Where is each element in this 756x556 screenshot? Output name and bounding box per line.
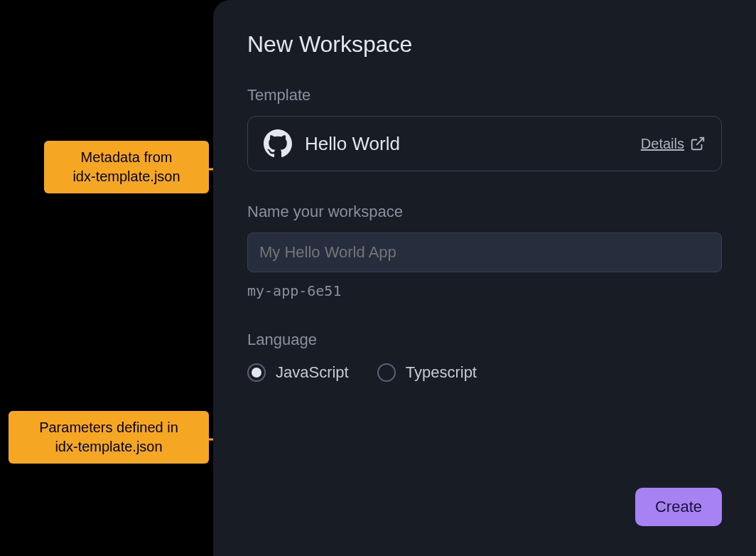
callout-text: Metadata from: [81, 149, 173, 165]
radio-option-typescript[interactable]: Typescript: [377, 363, 477, 382]
callout-text: Parameters defined in: [39, 419, 178, 435]
callout-metadata: Metadata from idx-template.json: [44, 141, 209, 193]
callout-text: idx-template.json: [55, 439, 162, 454]
external-link-icon: [690, 136, 706, 151]
language-section-label: Language: [247, 331, 722, 349]
radio-indicator: [247, 363, 266, 382]
radio-option-javascript[interactable]: JavaScript: [247, 363, 349, 382]
panel-title: New Workspace: [247, 31, 722, 58]
radio-label: Typescript: [406, 363, 477, 382]
name-section-label: Name your workspace: [247, 203, 722, 221]
callout-parameters: Parameters defined in idx-template.json: [9, 411, 209, 464]
workspace-name-input[interactable]: [247, 232, 722, 272]
language-radio-group: JavaScript Typescript: [247, 363, 722, 382]
new-workspace-panel: New Workspace Template Hello World Detai…: [213, 0, 756, 556]
callout-text: idx-template.json: [72, 169, 180, 184]
template-name: Hello World: [305, 133, 628, 155]
details-link[interactable]: Details: [641, 136, 706, 152]
svg-line-2: [696, 138, 703, 145]
radio-label: JavaScript: [276, 363, 349, 382]
details-label: Details: [641, 136, 684, 152]
github-icon: [264, 129, 292, 158]
create-button[interactable]: Create: [635, 488, 722, 526]
template-section-label: Template: [247, 86, 722, 105]
radio-indicator: [377, 363, 396, 382]
template-card[interactable]: Hello World Details: [247, 116, 722, 171]
workspace-slug: my-app-6e51: [247, 282, 722, 299]
